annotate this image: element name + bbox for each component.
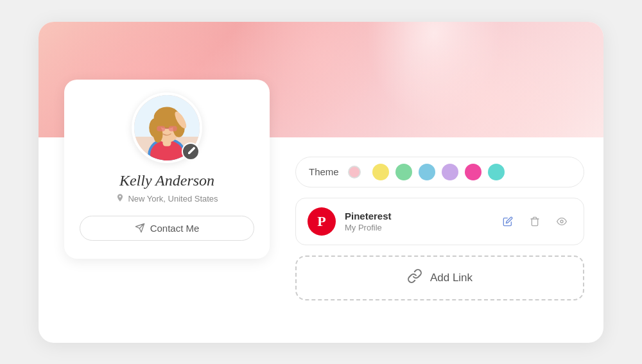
color-option-blue[interactable] (419, 164, 435, 180)
theme-label: Theme (309, 166, 339, 177)
send-icon (135, 223, 145, 233)
color-palette (372, 164, 505, 180)
link-info: Pineterest My Profile (345, 211, 489, 232)
main-card: Kelly Anderson New York, United States C… (39, 22, 603, 343)
theme-row: Theme (295, 157, 584, 187)
color-option-yellow[interactable] (372, 164, 389, 180)
pinterest-icon: P (308, 207, 336, 236)
pinterest-letter: P (317, 213, 325, 230)
edit-icon (503, 216, 513, 227)
link-card-pinterest: P Pineterest My Profile (295, 198, 584, 245)
right-panel: Theme P Pineterest My Profil (295, 144, 603, 343)
location-icon (116, 193, 125, 204)
delete-link-button[interactable] (525, 211, 545, 232)
add-link-label: Add Link (430, 272, 473, 284)
visibility-button[interactable] (551, 211, 572, 232)
profile-location: New York, United States (116, 193, 218, 204)
chain-icon (407, 268, 422, 288)
color-option-teal[interactable] (488, 164, 505, 180)
color-option-purple[interactable] (442, 164, 458, 180)
svg-rect-11 (169, 126, 177, 131)
color-option-green[interactable] (395, 164, 412, 180)
trash-icon (530, 216, 540, 227)
pencil-icon (187, 147, 195, 155)
avatar-container (132, 92, 202, 163)
profile-name: Kelly Anderson (119, 172, 214, 189)
location-text: New York, United States (128, 194, 218, 204)
contact-me-button[interactable]: Contact Me (80, 216, 254, 241)
eye-icon (557, 216, 567, 227)
profile-card: Kelly Anderson New York, United States C… (64, 80, 270, 259)
svg-point-14 (560, 220, 563, 223)
content-area: Kelly Anderson New York, United States C… (39, 137, 603, 343)
edit-avatar-button[interactable] (182, 143, 200, 160)
add-link-card[interactable]: Add Link (295, 256, 584, 300)
link-title: Pineterest (345, 211, 489, 221)
edit-link-button[interactable] (498, 211, 518, 232)
contact-me-label: Contact Me (150, 223, 200, 234)
color-option-pink-hot[interactable] (465, 164, 482, 180)
theme-active-color[interactable] (348, 166, 361, 178)
link-subtitle: My Profile (345, 223, 489, 232)
link-actions (498, 211, 572, 232)
svg-rect-10 (157, 126, 165, 131)
